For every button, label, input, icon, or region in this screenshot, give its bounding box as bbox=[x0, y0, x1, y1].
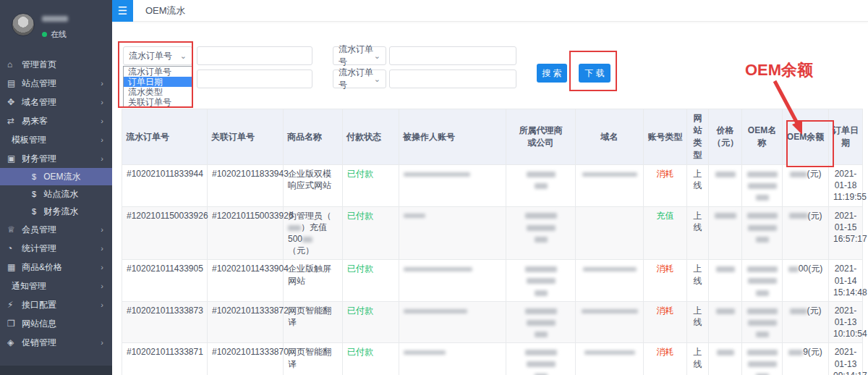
chevron-down-icon: ⌄ bbox=[374, 51, 380, 61]
cell-rel_no: #102021011433904 bbox=[208, 260, 284, 302]
sidebar-item-label: 统计管理 bbox=[22, 243, 56, 255]
dropdown-option-流水类型[interactable]: 流水类型 bbox=[124, 87, 192, 97]
cell-oem_name bbox=[742, 206, 783, 260]
dropdown-option-关联订单号[interactable]: 关联订单号 bbox=[124, 97, 192, 107]
filter-select-2-value: 流水订单号 bbox=[339, 43, 374, 68]
sidebar-item-会员管理[interactable]: ♕会员管理› bbox=[0, 220, 112, 239]
wallet-icon: ▣ bbox=[7, 153, 22, 164]
sidebar-item-通知管理[interactable]: 通知管理› bbox=[0, 277, 112, 295]
cell-agent bbox=[506, 301, 576, 343]
cell-site_type: 上线 bbox=[687, 343, 709, 375]
cell-price bbox=[709, 301, 742, 343]
sidebar-item-label: 财务管理 bbox=[22, 153, 56, 165]
sidebar-item-统计管理[interactable]: ◔统计管理› bbox=[0, 239, 112, 258]
cell-product: 为管理员（）充值 500（元） bbox=[284, 206, 343, 260]
cell-order_date: 2021-01-1516:57:17 bbox=[829, 206, 863, 260]
table-row: #1202101150033926#1202101150033926为管理员（）… bbox=[122, 206, 863, 260]
chevron-down-icon: ⌄ bbox=[180, 51, 187, 61]
cell-agent bbox=[506, 343, 576, 375]
chevron-right-icon: › bbox=[101, 117, 103, 125]
sidebar-subitem-OEM流水[interactable]: $OEM流水 bbox=[0, 168, 112, 185]
sidebar-subitem-label: 财务流水 bbox=[43, 206, 78, 218]
dollar-icon: $ bbox=[32, 190, 36, 198]
filter-input-4[interactable] bbox=[389, 69, 516, 88]
sidebar-item-财务管理[interactable]: ▣财务管理› bbox=[0, 149, 112, 168]
cell-account bbox=[399, 165, 506, 207]
cell-domain bbox=[576, 206, 644, 260]
filter-input-3[interactable] bbox=[197, 69, 312, 88]
cell-account_type: 消耗 bbox=[644, 301, 687, 343]
avatar bbox=[12, 13, 35, 36]
sidebar-item-接口配置[interactable]: ⚡接口配置› bbox=[0, 295, 112, 314]
chevron-right-icon: › bbox=[101, 244, 103, 253]
cell-order_date: 2021-01-1415:14:48 bbox=[829, 260, 863, 302]
cell-agent bbox=[506, 206, 576, 260]
dropdown-option-流水订单号[interactable]: 流水订单号 bbox=[124, 67, 192, 77]
cell-account_type: 消耗 bbox=[644, 260, 687, 302]
cell-account_type: 消耗 bbox=[644, 165, 687, 207]
dollar-icon: $ bbox=[32, 172, 36, 181]
download-button[interactable]: 下 载 bbox=[579, 64, 610, 83]
cell-price bbox=[709, 343, 742, 375]
sidebar-subitem-label: OEM流水 bbox=[43, 171, 80, 183]
browser-icon: ❐ bbox=[7, 319, 22, 329]
chevron-right-icon: › bbox=[101, 79, 103, 88]
sidebar: 在线 ⌂管理首页▤站点管理›✥域名管理›⇄易来客›模板管理›▣财务管理›$OEM… bbox=[0, 0, 112, 366]
filter-input-1[interactable] bbox=[197, 46, 312, 65]
cell-pay_status: 已付款 bbox=[343, 260, 399, 302]
hamburger-menu-icon[interactable]: ☰ bbox=[112, 0, 133, 22]
sidebar-subitem-站点流水[interactable]: $站点流水 bbox=[0, 185, 112, 203]
domains-icon: ✥ bbox=[7, 97, 22, 107]
cell-pay_status: 已付款 bbox=[343, 343, 399, 375]
col-oem_balance: OEM余额 bbox=[783, 109, 829, 165]
sidebar-item-商品&价格[interactable]: ▦商品&价格› bbox=[0, 258, 112, 277]
cell-account bbox=[399, 260, 506, 302]
sidebar-item-管理首页[interactable]: ⌂管理首页 bbox=[0, 55, 112, 74]
col-product: 商品名称 bbox=[284, 109, 343, 165]
cell-flow_no: #102021011333873 bbox=[122, 301, 208, 343]
sites-icon: ▤ bbox=[7, 78, 22, 88]
sidebar-subitem-财务流水[interactable]: $财务流水 bbox=[0, 203, 112, 220]
filter-select-2[interactable]: 流水订单号 ⌄ bbox=[333, 46, 386, 65]
sidebar-item-域名管理[interactable]: ✥域名管理› bbox=[0, 93, 112, 111]
filter-input-2[interactable] bbox=[389, 46, 516, 65]
search-button[interactable]: 搜 索 bbox=[537, 64, 567, 83]
cell-oem_balance: 00(元) bbox=[783, 260, 829, 302]
sidebar-item-label: 易来客 bbox=[22, 115, 48, 127]
sidebar-item-网站信息[interactable]: ❐网站信息 bbox=[0, 314, 112, 333]
user-status-label: 在线 bbox=[51, 30, 67, 38]
cell-product: 网页智能翻译 bbox=[284, 343, 343, 375]
filter-select-dropdown: 流水订单号订单日期流水类型关联订单号 bbox=[123, 66, 192, 108]
filter-select-1[interactable]: 流水订单号 ⌄ bbox=[123, 46, 192, 65]
chart-pie-icon: ◔ bbox=[7, 243, 22, 253]
table-row: #102021011333873#102021011333872网页智能翻译已付… bbox=[122, 301, 863, 343]
sidebar-item-易来客[interactable]: ⇄易来客› bbox=[0, 111, 112, 130]
flow-table: 流水订单号关联订单号商品名称付款状态被操作人账号所属代理商 或公司域名账号类型网… bbox=[122, 109, 863, 375]
col-site_type: 网站类型 bbox=[687, 109, 709, 165]
cell-domain bbox=[576, 260, 644, 302]
cell-order_date: 2021-01-1309:14:17 bbox=[829, 343, 863, 375]
page-title: OEM流水 bbox=[145, 0, 186, 22]
sidebar-item-促销管理[interactable]: ◈促销管理› bbox=[0, 333, 112, 352]
cell-price bbox=[709, 206, 742, 260]
dropdown-option-订单日期[interactable]: 订单日期 bbox=[124, 77, 192, 87]
cell-domain bbox=[576, 343, 644, 375]
sidebar-item-站点管理[interactable]: ▤站点管理› bbox=[0, 74, 112, 93]
filter-select-1-value: 流水订单号 bbox=[129, 50, 172, 62]
col-rel_no: 关联订单号 bbox=[208, 109, 284, 165]
cell-order_date: 2021-01-1310:10:54 bbox=[829, 301, 863, 343]
cell-product: 企业版触屏网站 bbox=[284, 260, 343, 302]
cell-rel_no: #102021011333870 bbox=[208, 343, 284, 375]
filter-select-3[interactable]: 流水订单号 ⌄ bbox=[333, 69, 386, 88]
sidebar-item-label: 会员管理 bbox=[22, 224, 56, 236]
filter-select-3-value: 流水订单号 bbox=[339, 67, 374, 91]
cell-oem_balance: (元) bbox=[783, 301, 829, 343]
cell-site_type: 上线 bbox=[687, 260, 709, 302]
tag-icon: ◈ bbox=[7, 337, 22, 347]
user-status: 在线 bbox=[42, 29, 67, 40]
topbar: ☰ OEM流水 bbox=[112, 0, 868, 22]
sidebar-item-模板管理[interactable]: 模板管理› bbox=[0, 130, 112, 149]
cell-oem_name bbox=[742, 165, 783, 207]
cell-oem_name bbox=[742, 343, 783, 375]
table-row: #102021011833944#102021011833943企业版双模响应式… bbox=[122, 165, 863, 207]
